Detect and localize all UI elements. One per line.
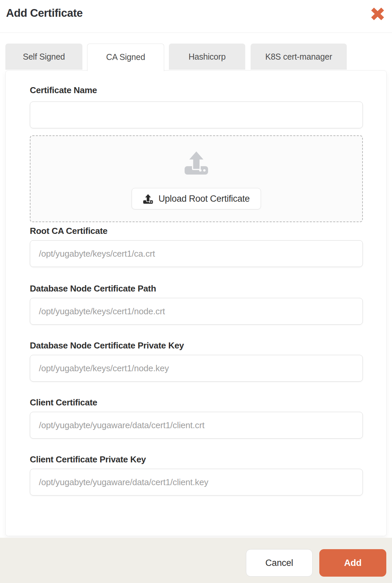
root-certificate-dropzone[interactable]: Upload Root Certificate — [30, 135, 363, 222]
tab-hashicorp[interactable]: Hashicorp — [169, 44, 245, 70]
tab-ca-signed[interactable]: CA Signed — [87, 44, 164, 71]
modal-footer: Cancel Add — [0, 538, 392, 583]
client-certificate-private-key-label: Client Certificate Private Key — [30, 454, 146, 464]
upload-root-certificate-button[interactable]: Upload Root Certificate — [132, 188, 261, 209]
ca-signed-tab-panel: Certificate Name Upload Root Certificate… — [5, 70, 387, 536]
close-icon[interactable] — [369, 6, 386, 21]
database-node-certificate-private-key-input[interactable] — [30, 355, 363, 382]
upload-icon — [184, 151, 208, 175]
root-ca-certificate-label: Root CA Certificate — [30, 226, 108, 236]
certificate-name-label: Certificate Name — [30, 85, 97, 95]
header-divider — [0, 33, 392, 33]
client-certificate-private-key-input[interactable] — [30, 469, 363, 496]
add-button[interactable]: Add — [319, 549, 386, 577]
root-ca-certificate-input[interactable] — [30, 240, 363, 267]
client-certificate-input[interactable] — [30, 412, 363, 439]
tab-bar: Self Signed CA Signed Hashicorp K8S cert… — [5, 44, 347, 71]
database-node-certificate-private-key-label: Database Node Certificate Private Key — [30, 340, 184, 350]
upload-button-label: Upload Root Certificate — [158, 194, 250, 204]
cancel-button[interactable]: Cancel — [246, 549, 313, 577]
database-node-certificate-path-label: Database Node Certificate Path — [30, 283, 156, 294]
tab-k8s-cert-manager[interactable]: K8S cert-manager — [251, 44, 347, 70]
certificate-name-input[interactable] — [30, 102, 363, 128]
tab-self-signed[interactable]: Self Signed — [5, 44, 82, 70]
page-title: Add Certificate — [6, 7, 83, 19]
x-mark-glyph — [371, 8, 384, 20]
upload-button-icon — [143, 194, 153, 204]
add-certificate-modal: Add Certificate Self Signed CA Signed Ha… — [0, 0, 392, 583]
client-certificate-label: Client Certificate — [30, 397, 97, 407]
database-node-certificate-path-input[interactable] — [30, 298, 363, 325]
